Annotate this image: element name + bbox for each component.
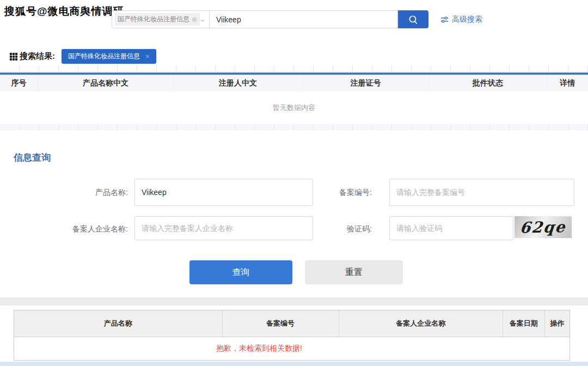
captcha-input[interactable] (389, 216, 513, 240)
records-table-header: 产品名称 备案编号 备案人企业名称 备案日期 操作 (14, 310, 569, 337)
search-input[interactable] (210, 10, 398, 28)
query-button[interactable]: 查询 (189, 260, 292, 284)
search-icon (408, 14, 419, 25)
company-name-input[interactable] (134, 216, 313, 240)
captcha-text: 62qe (519, 218, 567, 236)
results-label: 搜索结果: (10, 51, 55, 62)
grid-icon (10, 53, 17, 60)
search-button[interactable] (398, 10, 428, 28)
watermark: 搜狐号@微电商舆情调研 (4, 4, 124, 19)
category-chip-label: 国产特殊化妆品注册信息 (118, 15, 189, 24)
results-col-status: 批件状态 (429, 75, 547, 91)
advanced-search-link[interactable]: 高级搜索 (440, 10, 482, 28)
product-name-label: 产品名称: (33, 188, 128, 198)
result-filter-tag[interactable]: 国产特殊化妆品注册信息 × (62, 49, 156, 64)
advanced-search-label: 高级搜索 (452, 15, 482, 25)
section-divider (0, 297, 588, 306)
close-icon[interactable]: × (145, 52, 150, 60)
captcha-label: 验证码: (305, 224, 372, 234)
result-filter-tag-label: 国产特殊化妆品注册信息 (68, 52, 140, 61)
table-top-ticks (0, 65, 588, 72)
records-empty-state: 抱歉，未检索到相关数据! (14, 337, 569, 360)
section-title: 信息查询 (14, 151, 51, 164)
results-col-detail: 详情 (547, 75, 588, 91)
results-label-text: 搜索结果: (20, 51, 55, 62)
records-col-date: 备案日期 (503, 310, 546, 337)
results-col-cert: 注册证号 (303, 75, 429, 91)
filter-sliders-icon (440, 16, 449, 23)
records-col-product: 产品名称 (14, 310, 223, 337)
results-col-index: 序号 (0, 75, 38, 91)
footer-strip (0, 362, 588, 366)
records-col-number: 备案编号 (223, 310, 339, 337)
results-col-registrant: 注册人中文 (174, 75, 303, 91)
records-col-action: 操作 (545, 310, 569, 337)
chip-close-icon[interactable]: ⊗ (192, 16, 197, 23)
results-bar: 搜索结果: 国产特殊化妆品注册信息 × (10, 49, 156, 64)
results-table-header: 序号 产品名称中文 注册人中文 注册证号 批件状态 详情 (0, 75, 588, 91)
record-number-input[interactable] (389, 179, 574, 206)
results-col-product: 产品名称中文 (38, 75, 173, 91)
results-empty-state: 暂无数据内容 (0, 91, 588, 124)
chevron-down-icon: ⌄ (199, 16, 206, 23)
record-number-label: 备案编号: (305, 188, 372, 198)
page: 搜狐号@微电商舆情调研 国产特殊化妆品注册信息 ⊗ ⌄ (0, 0, 588, 366)
category-select[interactable]: 国产特殊化妆品注册信息 ⊗ ⌄ (112, 10, 210, 28)
category-chip[interactable]: 国产特殊化妆品注册信息 ⊗ (115, 13, 200, 26)
product-name-input[interactable] (134, 179, 313, 206)
company-name-label: 备案人企业名称: (33, 224, 128, 234)
search-bar: 国产特殊化妆品注册信息 ⊗ ⌄ 高级 (112, 10, 482, 28)
records-table: 产品名称 备案编号 备案人企业名称 备案日期 操作 抱歉，未检索到相关数据! (14, 310, 570, 361)
captcha-image[interactable]: 62qe (514, 216, 572, 238)
records-col-company: 备案人企业名称 (339, 310, 503, 337)
reset-button[interactable]: 重置 (305, 260, 403, 284)
table-bottom-ticks (0, 124, 588, 130)
